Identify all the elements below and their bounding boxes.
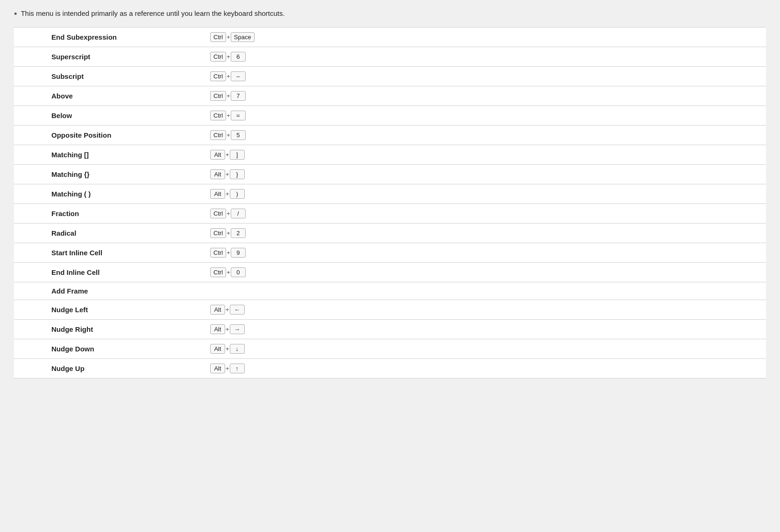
table-row: Start Inline CellCtrl+9 [14,243,766,263]
shortcut-label: Opposite Position [14,126,191,145]
intro-bullet-icon: ▪ [14,9,17,19]
shortcut-keys: Ctrl+0 [191,263,766,282]
kbd-key: Alt [210,324,225,334]
shortcut-label: Superscript [14,47,191,67]
shortcut-keys: Ctrl+– [191,67,766,86]
shortcut-keys: Ctrl+/ [191,204,766,224]
table-row: Nudge DownAlt+↓ [14,339,766,359]
shortcut-label: Start Inline Cell [14,243,191,263]
kbd-key: Ctrl [210,248,226,258]
kbd-plus-symbol: + [226,269,231,276]
kbd-key: = [231,111,246,120]
kbd-key: 6 [231,52,246,62]
kbd-key: Ctrl [210,130,226,140]
shortcut-label: End Inline Cell [14,263,191,282]
shortcut-label: Matching [] [14,145,191,165]
intro-text: This menu is intended primarily as a ref… [21,9,284,17]
kbd-plus-symbol: + [225,365,230,372]
shortcut-keys: Alt+] [191,145,766,165]
shortcut-label: Below [14,106,191,126]
shortcut-keys: Alt+← [191,300,766,320]
kbd-plus-symbol: + [225,171,230,178]
kbd-key: / [231,209,246,218]
kbd-key: Ctrl [210,52,226,62]
shortcut-label: Subscript [14,67,191,86]
kbd-plus-symbol: + [226,73,231,80]
kbd-key: 2 [231,228,246,238]
shortcut-keys: Alt+) [191,184,766,204]
kbd-key: Alt [210,150,225,160]
table-row: Opposite PositionCtrl+5 [14,126,766,145]
kbd-key: ] [230,150,245,160]
shortcut-keys: Alt+↑ [191,359,766,378]
kbd-key: 5 [231,130,246,140]
kbd-key: 0 [231,267,246,277]
shortcut-label: Nudge Left [14,300,191,320]
kbd-key: 9 [231,248,246,258]
kbd-key: ) [230,189,245,199]
kbd-key: Alt [210,344,225,354]
shortcut-label: Nudge Up [14,359,191,378]
table-row: FractionCtrl+/ [14,204,766,224]
kbd-plus-symbol: + [226,34,231,41]
kbd-key: 7 [231,91,246,101]
shortcut-label: Fraction [14,204,191,224]
shortcut-label: Nudge Down [14,339,191,359]
table-row: Nudge LeftAlt+← [14,300,766,320]
shortcut-keys: Ctrl+7 [191,86,766,106]
shortcut-keys [191,282,766,300]
table-row: Add Frame [14,282,766,300]
kbd-plus-symbol: + [226,230,231,237]
shortcut-keys: Ctrl+2 [191,224,766,243]
table-row: RadicalCtrl+2 [14,224,766,243]
shortcut-keys: Alt+→ [191,320,766,339]
table-row: Matching {}Alt+} [14,165,766,184]
kbd-plus-symbol: + [225,151,230,158]
shortcut-label: Add Frame [14,282,191,300]
kbd-plus-symbol: + [225,326,230,333]
kbd-key: Ctrl [210,228,226,238]
table-row: Matching ( )Alt+) [14,184,766,204]
shortcut-keys: Ctrl+9 [191,243,766,263]
kbd-key: ↑ [230,364,245,373]
shortcut-keys: Alt+} [191,165,766,184]
shortcut-keys: Alt+↓ [191,339,766,359]
kbd-key: Ctrl [210,32,226,42]
kbd-key: Ctrl [210,111,226,120]
shortcut-keys: Ctrl+6 [191,47,766,67]
table-row: Nudge RightAlt+→ [14,320,766,339]
table-row: AboveCtrl+7 [14,86,766,106]
shortcut-label: Nudge Right [14,320,191,339]
kbd-key: Ctrl [210,71,226,81]
kbd-key: – [231,71,246,81]
kbd-key: → [230,324,245,334]
kbd-plus-symbol: + [226,112,231,119]
table-row: End Inline CellCtrl+0 [14,263,766,282]
kbd-key: Ctrl [210,267,226,277]
shortcut-label: Matching {} [14,165,191,184]
shortcut-keys: Ctrl+= [191,106,766,126]
table-row: Matching []Alt+] [14,145,766,165]
shortcut-keys: Ctrl+Space [191,28,766,47]
kbd-key: ← [230,305,245,315]
shortcut-label: Radical [14,224,191,243]
intro-message: ▪ This menu is intended primarily as a r… [14,9,766,19]
kbd-plus-symbol: + [226,92,231,99]
shortcut-label: Above [14,86,191,106]
shortcut-keys: Ctrl+5 [191,126,766,145]
table-row: BelowCtrl+= [14,106,766,126]
table-row: End SubexpressionCtrl+Space [14,28,766,47]
table-row: SubscriptCtrl+– [14,67,766,86]
kbd-key: Ctrl [210,91,226,101]
kbd-key: ↓ [230,344,245,354]
shortcut-label: End Subexpression [14,28,191,47]
kbd-plus-symbol: + [225,190,230,197]
kbd-key: Alt [210,305,225,315]
kbd-plus-symbol: + [225,306,230,313]
kbd-key: Ctrl [210,209,226,218]
kbd-plus-symbol: + [226,132,231,139]
kbd-plus-symbol: + [226,249,231,256]
table-row: SuperscriptCtrl+6 [14,47,766,67]
kbd-key: Alt [210,169,225,179]
kbd-plus-symbol: + [226,53,231,60]
